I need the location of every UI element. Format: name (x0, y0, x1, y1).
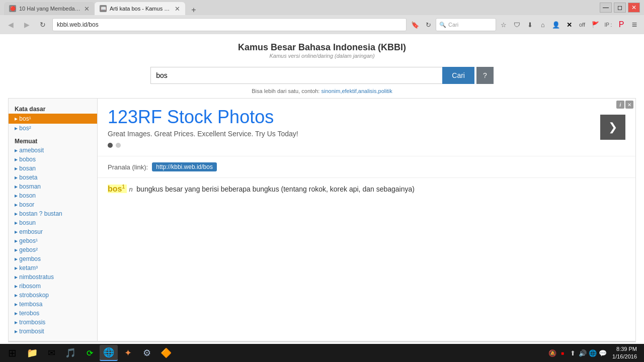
bookmark-icon[interactable]: 🔖 (410, 19, 421, 30)
star-icon[interactable]: ☆ (498, 19, 509, 30)
tray-upload-icon[interactable]: ⬆ (568, 349, 577, 357)
search-placeholder: Cari (448, 22, 458, 28)
profile-icon[interactable]: 👤 (550, 19, 561, 30)
off-label: off (577, 19, 588, 30)
ad-close-area: i ✕ (616, 101, 633, 109)
tray-audio-icon[interactable]: 🔕 (548, 349, 557, 357)
taskbar-antivirus[interactable]: ⟳ (80, 345, 99, 361)
itunes-icon: 🎵 (65, 347, 76, 358)
home-icon[interactable]: ⌂ (537, 19, 548, 30)
new-tab-button[interactable]: + (187, 5, 200, 15)
tab2-title: Arti kata bos - Kamus Bes... (110, 6, 172, 12)
steam-icon: ⚙ (143, 347, 151, 358)
definition-section: bos1 n bungkus besar yang berisi beberap… (98, 178, 635, 200)
download-icon[interactable]: ⬇ (524, 19, 535, 30)
minimize-button[interactable]: — (600, 3, 612, 13)
sidebar-bosman[interactable]: bosman (9, 182, 97, 191)
sidebar-embosur[interactable]: embosur (9, 227, 97, 236)
sidebar-ribosom[interactable]: ribosom (9, 282, 97, 291)
x-icon[interactable]: ✕ (564, 19, 575, 30)
search-section: Cari ? (0, 63, 644, 88)
sidebar-terobos[interactable]: terobos (9, 309, 97, 318)
taskbar-right: 🔕 ■ ⬆ 🔊 🌐 💬 8:39 PM 1/16/2016 (548, 345, 642, 361)
help-button[interactable]: ? (476, 67, 494, 84)
sidebar-gebos1[interactable]: gebos¹ (9, 236, 97, 245)
ad-info-button[interactable]: i (616, 101, 624, 109)
shield-icon[interactable]: 🛡 (511, 19, 522, 30)
back-button[interactable]: ◀ (4, 18, 17, 31)
firefox-search-box[interactable]: 🔍 Cari (436, 18, 496, 31)
ad-next-button[interactable]: ❯ (600, 115, 625, 140)
tray-network-icon[interactable]: 🌐 (588, 349, 597, 357)
tab-1[interactable]: 🔴 10 Hal yang Membedakan... ✕ (4, 2, 95, 15)
menu-icon[interactable]: ≡ (629, 19, 640, 30)
start-button[interactable]: ⊞ (2, 345, 22, 361)
sidebar-tembosa[interactable]: tembosa (9, 300, 97, 309)
sidebar-bosun[interactable]: bosun (9, 218, 97, 227)
page-subtitle: Kamus versi online/daring (dalam jaringa… (10, 53, 634, 59)
address-bar: ◀ ▶ ↻ kbbi.web.id/bos 🔖 ↻ 🔍 Cari ☆ 🛡 ⬇ ⌂… (0, 15, 644, 34)
refresh-icon2[interactable]: ↻ (423, 19, 434, 30)
sidebar-trombosis[interactable]: trombosis (9, 318, 97, 327)
tab2-favicon: 📖 (100, 5, 107, 12)
address-bar-input[interactable]: kbbi.web.id/bos (52, 18, 407, 31)
sidebar-bos2[interactable]: bos² (9, 124, 97, 133)
file-manager-icon: 📁 (27, 347, 38, 358)
sidebar-boseta[interactable]: boseta (9, 173, 97, 182)
sidebar-bosor[interactable]: bosor (9, 200, 97, 209)
sidebar-boson[interactable]: boson (9, 191, 97, 200)
search-label: 🔍 (439, 22, 446, 28)
refresh-button[interactable]: ↻ (36, 18, 49, 31)
window-controls: — ◻ ✕ (600, 3, 640, 13)
taskbar-mail[interactable]: ✉ (42, 345, 60, 361)
tray-action-center-icon[interactable]: 💬 (598, 349, 607, 357)
start-icon: ⊞ (8, 347, 17, 359)
maximize-button[interactable]: ◻ (614, 3, 626, 13)
taskbar-file-manager[interactable]: 📁 (23, 345, 41, 361)
flag-icon[interactable]: 🚩 (590, 19, 601, 30)
sidebar-trombosit[interactable]: trombosit (9, 327, 97, 336)
pranala-url[interactable]: http://kbbi.web.id/bos (152, 162, 217, 171)
sidebar-nimbostratus[interactable]: nimbostratus (9, 273, 97, 282)
entry-word: bos1 (108, 185, 127, 193)
pinterest-icon[interactable]: P (616, 19, 627, 30)
sidebar: Kata dasar bos¹ bos² Memuat amebosit bob… (8, 98, 98, 341)
kata-dasar-title: Kata dasar (9, 104, 97, 114)
search-button[interactable]: Cari (442, 67, 474, 84)
hint-examples[interactable]: sinonim,efektif,analisis,politik (321, 88, 392, 94)
close-button[interactable]: ✕ (628, 3, 640, 13)
memuat-title: Memuat (9, 136, 97, 146)
tray-volume-icon[interactable]: 🔊 (578, 349, 587, 357)
ad-close-button[interactable]: ✕ (625, 101, 633, 109)
entry-pos: n (129, 186, 132, 193)
main-search-input[interactable] (150, 67, 442, 84)
ad-dot-2[interactable] (116, 143, 121, 148)
taskbar-vlc[interactable]: 🔶 (157, 345, 175, 361)
sidebar-gebos2[interactable]: gebos² (9, 245, 97, 254)
tray-red-icon[interactable]: ■ (558, 350, 567, 356)
sidebar-amebosit[interactable]: amebosit (9, 146, 97, 155)
tab1-close[interactable]: ✕ (84, 5, 90, 13)
ad-title: 123RF Stock Photos (108, 107, 590, 128)
sidebar-bostan[interactable]: bostan ? bustan (9, 209, 97, 218)
tab2-close[interactable]: ✕ (175, 5, 180, 13)
system-tray: 🔕 ■ ⬆ 🔊 🌐 💬 (548, 349, 607, 357)
ad-dot-1[interactable] (108, 143, 113, 148)
taskbar-unknown1[interactable]: ✦ (119, 345, 137, 361)
sidebar-stroboskop[interactable]: stroboskop (9, 291, 97, 300)
tab-2[interactable]: 📖 Arti kata bos - Kamus Bes... ✕ (95, 2, 185, 15)
sidebar-bobos[interactable]: bobos (9, 155, 97, 164)
sidebar-bosan[interactable]: bosan (9, 164, 97, 173)
ad-banner: i ✕ 123RF Stock Photos Great Images. Gre… (98, 99, 635, 156)
taskbar-steam[interactable]: ⚙ (138, 345, 156, 361)
taskbar: ⊞ 📁 ✉ 🎵 ⟳ 🌐 ✦ ⚙ 🔶 🔕 ■ ⬆ 🔊 🌐 💬 8:39 PM 1/… (0, 344, 644, 362)
sidebar-ketam3[interactable]: ketam³ (9, 263, 97, 273)
pranala-label: Pranala (link): (108, 163, 148, 171)
tab1-title: 10 Hal yang Membedakan... (19, 6, 81, 12)
time-display: 8:39 PM (612, 345, 637, 353)
taskbar-browser[interactable]: 🌐 (100, 345, 118, 361)
sidebar-gembos[interactable]: gembos (9, 254, 97, 263)
forward-button[interactable]: ▶ (20, 18, 33, 31)
taskbar-itunes[interactable]: 🎵 (61, 345, 79, 361)
sidebar-bos1-active[interactable]: bos¹ (9, 114, 97, 124)
